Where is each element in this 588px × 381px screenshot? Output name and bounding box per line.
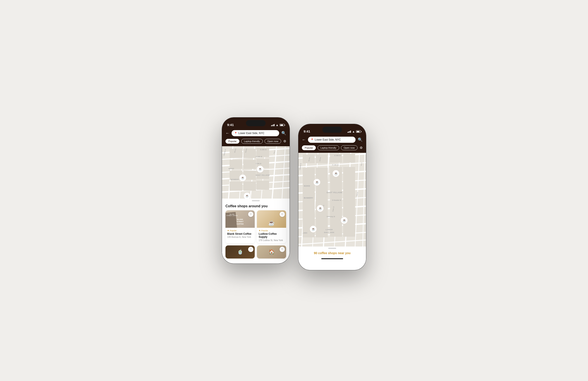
status-time-right: 9:41 [304, 130, 310, 133]
shop-card-2[interactable]: ☕ ♡ ★ Popular Ludlow Coffee Supply 176 L… [257, 210, 286, 243]
shop-card-3[interactable]: 🍵 ♡ [226, 246, 255, 259]
svg-text:☕: ☕ [318, 207, 322, 210]
filter-chip-laptop-right[interactable]: Laptop-friendly [317, 145, 339, 150]
filter-settings-icon-left[interactable]: ⚙ [283, 139, 286, 143]
svg-rect-90 [316, 220, 328, 229]
svg-rect-96 [343, 228, 355, 237]
filter-chip-laptop-left[interactable]: Laptop-friendly [241, 139, 263, 144]
svg-rect-72 [343, 176, 355, 184]
svg-text:EAST VILLAGE: EAST VILLAGE [327, 191, 342, 193]
heart-button-1[interactable]: ♡ [248, 212, 253, 217]
app-header-left: ← 📍 Lower East Side, NYC 🔍 [222, 128, 290, 139]
heart-button-2[interactable]: ♡ [280, 212, 285, 217]
svg-rect-15 [243, 149, 256, 158]
card-image-2: ☕ ♡ [257, 210, 286, 228]
svg-rect-25 [256, 181, 269, 190]
back-button-left[interactable]: ← [226, 131, 230, 135]
svg-rect-69 [303, 176, 315, 185]
svg-text:...IGES: ...IGES [302, 232, 307, 234]
svg-rect-83 [330, 202, 342, 210]
app-header-right: ← 📍 Lower East Side, NYC 🔍 [298, 135, 366, 145]
location-text-left: Lower East Side, NYC [238, 132, 264, 135]
badge-text-1: Popular [230, 229, 237, 232]
filter-chip-open-left[interactable]: Open now [265, 139, 281, 144]
svg-text:E 20th St: E 20th St [260, 149, 267, 150]
location-pill-right[interactable]: 📍 Lower East Side, NYC [308, 137, 356, 143]
bottom-sheet-right: 90 coffee shops near you [298, 247, 366, 263]
badge-text-2: Popular [261, 229, 268, 232]
signal-icon [271, 124, 275, 126]
svg-rect-84 [343, 202, 355, 210]
svg-text:NOHO: NOHO [304, 185, 310, 187]
svg-rect-18 [243, 160, 256, 169]
location-text-right: Lower East Side, NYC [315, 138, 341, 141]
map-area-right: E 20th St E 14th St E 8th St E Houston S… [298, 153, 366, 247]
heart-button-3[interactable]: ♡ [248, 247, 253, 252]
svg-text:EAST VILLAGE: EAST VILLAGE [256, 174, 270, 176]
home-indicator-right [321, 258, 343, 259]
nearby-text-right: 90 coffee shops near you [298, 249, 366, 257]
svg-rect-86 [316, 211, 328, 220]
card-name-1: Blank Street Coffee [227, 232, 253, 235]
svg-rect-65 [303, 168, 315, 176]
svg-text:BOWERY: BOWERY [304, 197, 313, 199]
svg-rect-23 [230, 182, 242, 191]
phone-left: 9:41 ▲ ← 📍 [222, 117, 290, 264]
heart-button-4[interactable]: ♡ [280, 247, 285, 252]
svg-text:☕: ☕ [334, 172, 338, 175]
card-body-2: ★ Popular Ludlow Coffee Supply 176 Ludlo… [257, 228, 286, 243]
svg-rect-80 [343, 193, 355, 202]
filter-bar-right: Popular Laptop-friendly Open now ⚙ [298, 145, 366, 153]
shop-card-1[interactable]: BLANKSTREETCOFFEE ♡ ★ Popular Blank Stre… [226, 210, 255, 243]
location-pin-icon-right: 📍 [311, 138, 314, 141]
card-address-1: 149 Avenue A, New York [227, 236, 253, 238]
location-pin-icon-left: 📍 [234, 132, 237, 135]
card-image-4: 🏠 ♡ [257, 246, 286, 259]
svg-text:☕: ☕ [241, 176, 245, 180]
wifi-icon-right: ▲ [352, 130, 355, 133]
filter-chip-popular-left[interactable]: Popular [226, 139, 239, 144]
phone-right: 9:41 ▲ ← 📍 [298, 124, 366, 270]
dynamic-island [246, 120, 266, 126]
search-button-left[interactable]: 🔍 [281, 131, 286, 135]
svg-rect-24 [243, 182, 256, 191]
svg-text:☕: ☕ [342, 219, 346, 222]
card-body-1: ★ Popular Blank Street Coffee 149 Avenue… [226, 228, 255, 240]
card-image-3: 🍵 ♡ [226, 246, 255, 259]
phones-container: 9:41 ▲ ← 📍 [222, 111, 366, 270]
svg-text:E 8th St: E 8th St [256, 163, 261, 164]
search-button-right[interactable]: 🔍 [358, 137, 362, 142]
map-svg-left: E 20th St E 14th St E 8th St Lafayette S… [222, 146, 290, 199]
svg-rect-81 [303, 203, 315, 211]
card-image-1: BLANKSTREETCOFFEE ♡ [226, 210, 255, 228]
shop-card-4[interactable]: 🏠 ♡ [257, 246, 286, 259]
svg-text:☕: ☕ [312, 227, 315, 231]
svg-text:E 20th St: E 20th St [334, 155, 341, 156]
status-icons-right: ▲ [347, 130, 361, 133]
svg-rect-85 [303, 211, 315, 220]
dynamic-island-right [322, 127, 342, 133]
wifi-icon: ▲ [276, 123, 278, 127]
svg-rect-64 [343, 154, 355, 163]
svg-rect-91 [330, 219, 342, 228]
svg-text:☕: ☕ [315, 180, 319, 184]
svg-rect-62 [316, 154, 328, 163]
section-title-left: Coffee shops around you [222, 201, 290, 210]
battery-icon-right [356, 130, 361, 133]
svg-rect-78 [316, 194, 328, 203]
location-pill-left[interactable]: 📍 Lower East Side, NYC [231, 130, 279, 136]
svg-text:Delancey St: Delancey St [327, 216, 335, 218]
filter-chip-popular-right[interactable]: Popular [302, 145, 316, 150]
filter-settings-icon-right[interactable]: ⚙ [360, 146, 362, 150]
card-badge-1: ★ Popular [227, 229, 253, 232]
svg-rect-66 [316, 168, 328, 176]
back-button-right[interactable]: ← [302, 137, 306, 142]
svg-text:☕: ☕ [245, 194, 249, 198]
battery-icon [280, 124, 284, 126]
right-phone-screen: 9:41 ▲ ← 📍 [298, 124, 366, 270]
svg-text:E Houston St: E Houston St [332, 199, 341, 201]
svg-rect-68 [343, 167, 355, 176]
map-area-left: E 20th St E 14th St E 8th St Lafayette S… [222, 146, 290, 199]
filter-chip-open-right[interactable]: Open now [341, 145, 357, 150]
map-svg-right: E 20th St E 14th St E 8th St E Houston S… [298, 153, 366, 247]
